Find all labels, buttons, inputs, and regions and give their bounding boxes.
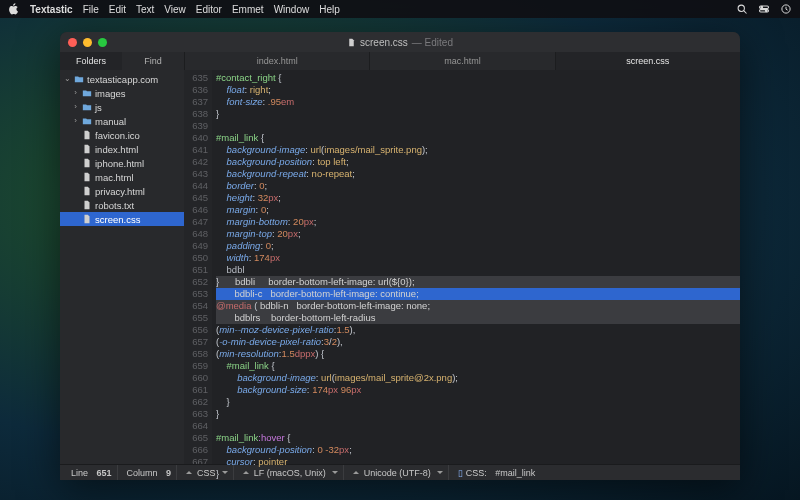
menubar-item[interactable]: Edit: [109, 4, 126, 15]
tree-item[interactable]: robots.txt: [60, 198, 184, 212]
file-icon: [82, 158, 92, 168]
tab-row: Folders Find index.htmlmac.htmlscreen.cs…: [60, 52, 740, 70]
search-icon[interactable]: [736, 3, 748, 15]
file-tab[interactable]: screen.css: [555, 52, 740, 70]
svg-point-0: [738, 5, 744, 11]
svg-point-4: [761, 6, 763, 8]
tree-item-label: screen.css: [95, 214, 140, 225]
tree-item[interactable]: favicon.ico: [60, 128, 184, 142]
autocomplete-item[interactable]: bdbli-c border-bottom-left-image: contin…: [216, 288, 740, 300]
tree-item-label: privacy.html: [95, 186, 145, 197]
svg-line-1: [744, 11, 747, 14]
menubar-item[interactable]: Editor: [196, 4, 222, 15]
file-icon: [82, 200, 92, 210]
line-gutter: 6356366376386396406416426436446456466476…: [184, 70, 212, 464]
clock-icon[interactable]: [780, 3, 792, 15]
menubar-app[interactable]: Textastic: [30, 4, 73, 15]
title-text: screen.css: [360, 37, 408, 48]
document-icon: [347, 37, 356, 48]
tree-item[interactable]: mac.html: [60, 170, 184, 184]
menubar-item[interactable]: View: [164, 4, 186, 15]
file-tab[interactable]: mac.html: [369, 52, 554, 70]
titlebar[interactable]: screen.css — Edited: [60, 32, 740, 52]
sidebar-tab-find[interactable]: Find: [122, 52, 184, 70]
folder-icon: [82, 116, 92, 126]
code-area[interactable]: #contact_right { float: right; font-size…: [212, 70, 740, 464]
file-icon: [82, 144, 92, 154]
file-icon: [82, 214, 92, 224]
file-icon: [82, 186, 92, 196]
menubar-item[interactable]: Text: [136, 4, 154, 15]
editor-pane[interactable]: 6356366376386396406416426436446456466476…: [184, 70, 740, 464]
apple-icon: [8, 3, 20, 15]
menubar-item[interactable]: File: [83, 4, 99, 15]
tree-item[interactable]: iphone.html: [60, 156, 184, 170]
tree-item-label: images: [95, 88, 126, 99]
file-tree: ⌄textasticapp.com›images›js›manualfavico…: [60, 70, 184, 464]
sidebar-tab-folders[interactable]: Folders: [60, 52, 122, 70]
tree-item-label: textasticapp.com: [87, 74, 158, 85]
menubar-item[interactable]: Help: [319, 4, 340, 15]
autocomplete-item[interactable]: bdblrs border-bottom-left-radius: [216, 312, 740, 324]
file-icon: [82, 130, 92, 140]
tree-item-label: favicon.ico: [95, 130, 140, 141]
status-column[interactable]: Column 9: [122, 465, 178, 480]
tree-item-selected[interactable]: screen.css: [60, 212, 184, 226]
menubar-item[interactable]: Window: [274, 4, 310, 15]
folder-icon: [74, 74, 84, 84]
file-icon: [82, 172, 92, 182]
tree-item-label: mac.html: [95, 172, 134, 183]
status-line[interactable]: Line 651: [66, 465, 118, 480]
tree-item-label: robots.txt: [95, 200, 134, 211]
folder-icon: [82, 88, 92, 98]
file-tab[interactable]: index.html: [184, 52, 369, 70]
editor-window: screen.css — Edited Folders Find index.h…: [60, 32, 740, 480]
tree-item[interactable]: ⌄textasticapp.com: [60, 72, 184, 86]
tree-item-label: manual: [95, 116, 126, 127]
window-title: screen.css — Edited: [60, 37, 740, 48]
autocomplete-item[interactable]: @media ( bdbli-n border-bottom-left-imag…: [216, 300, 740, 312]
autocomplete-item[interactable]: } bdbli border-bottom-left-image: url(${…: [216, 276, 740, 288]
tree-item[interactable]: ›manual: [60, 114, 184, 128]
tree-item-label: iphone.html: [95, 158, 144, 169]
tree-item-label: js: [95, 102, 102, 113]
macos-menubar: Textastic File Edit Text View Editor Emm…: [0, 0, 800, 18]
tree-item[interactable]: ›js: [60, 100, 184, 114]
edited-label: — Edited: [412, 37, 453, 48]
svg-point-5: [765, 10, 767, 12]
tree-item[interactable]: ›images: [60, 86, 184, 100]
tree-item[interactable]: index.html: [60, 142, 184, 156]
folder-icon: [82, 102, 92, 112]
control-center-icon[interactable]: [758, 3, 770, 15]
tree-item[interactable]: privacy.html: [60, 184, 184, 198]
tree-item-label: index.html: [95, 144, 138, 155]
menubar-item[interactable]: Emmet: [232, 4, 264, 15]
